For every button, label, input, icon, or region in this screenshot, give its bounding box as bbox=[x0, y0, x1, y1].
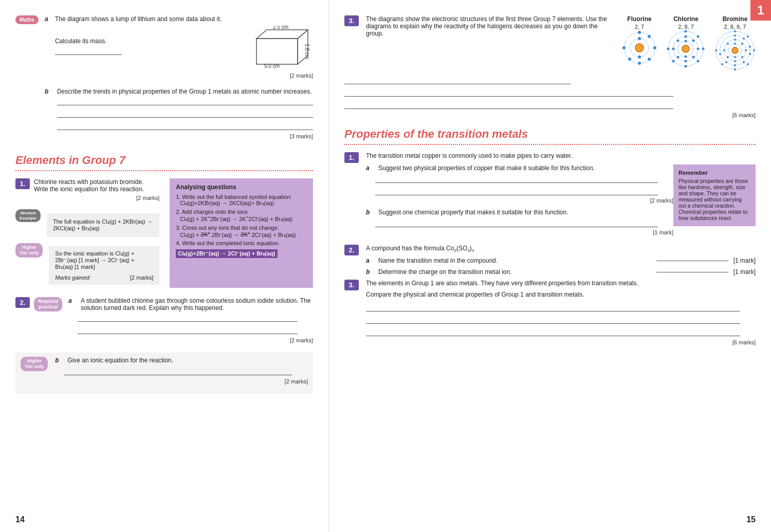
svg-point-29 bbox=[672, 48, 675, 50]
q2-trans-answer-b bbox=[656, 272, 728, 272]
page-number-left: 14 bbox=[15, 515, 25, 524]
svg-point-47 bbox=[741, 56, 743, 58]
q2-part-b-text: Give an ionic equation for the reaction. bbox=[67, 357, 173, 364]
svg-point-9 bbox=[638, 56, 641, 59]
svg-point-50 bbox=[723, 49, 725, 51]
q2-trans-number: 2. bbox=[344, 245, 359, 255]
q2-number: 2. bbox=[15, 297, 30, 308]
q1-trans-text: The transition metal copper is commonly … bbox=[366, 152, 756, 159]
svg-point-54 bbox=[743, 38, 745, 40]
element-diagrams: Fluorine 2, 7 bbox=[621, 15, 756, 72]
q2-trans-answer-a bbox=[656, 261, 728, 261]
fluorine-diagram bbox=[621, 30, 657, 66]
svg-point-42 bbox=[734, 56, 736, 58]
svg-point-60 bbox=[719, 53, 721, 55]
svg-point-13 bbox=[653, 46, 656, 49]
analysing-box: Analysing questions 1. Write out the ful… bbox=[170, 178, 313, 288]
q2-part-b-box: Higher Tier only b Give an ionic equatio… bbox=[15, 353, 313, 394]
svg-point-14 bbox=[648, 58, 651, 61]
chlorine-name: Chlorine bbox=[667, 15, 705, 23]
svg-point-11 bbox=[638, 31, 641, 34]
q3-top-number: 3. bbox=[344, 15, 359, 26]
q1-trans-answer-a1 bbox=[375, 176, 658, 183]
right-page: 1 3. The diagrams show the electronic st… bbox=[329, 0, 771, 532]
cube-diagram: 2.5 cm 1.8 cm 5.0 cm bbox=[246, 26, 313, 69]
q2-trans-part-a-text: Name the transition metal in the compoun… bbox=[378, 257, 651, 264]
fluorine-name: Fluorine bbox=[621, 15, 657, 23]
answer-line-b3 bbox=[57, 123, 313, 130]
page-number-right: 15 bbox=[746, 515, 756, 524]
part-b-label: b bbox=[45, 88, 55, 95]
svg-point-57 bbox=[743, 61, 745, 63]
svg-point-65 bbox=[747, 63, 749, 65]
svg-point-64 bbox=[753, 49, 755, 51]
final-equation: Cl₂(g)+2Br⁻(aq) → 2Cl⁻(aq) + Br₂(aq) bbox=[176, 249, 277, 258]
svg-point-17 bbox=[622, 46, 626, 49]
part-b-text: Describe the trends in physical properti… bbox=[57, 88, 313, 95]
q1-marks: [2 marks] bbox=[34, 195, 159, 201]
svg-point-24 bbox=[692, 40, 695, 42]
chlorine-config: 2, 8, 7 bbox=[667, 24, 705, 30]
q2-marks-a: [2 marks] bbox=[68, 337, 313, 343]
step3-eq: Cl₂(g) + 2K+ 2Br-(aq) → 2K+ 2Cl-(aq) + B… bbox=[180, 231, 307, 239]
step2: 2. Add charges onto the ions. bbox=[176, 209, 307, 215]
marks-a: [2 marks] bbox=[55, 72, 313, 79]
svg-point-30 bbox=[677, 40, 680, 42]
svg-point-27 bbox=[685, 60, 687, 63]
svg-point-18 bbox=[682, 45, 689, 52]
q3-top: 3. The diagrams show the electronic stru… bbox=[344, 15, 756, 72]
fluorine-config: 2, 7 bbox=[621, 24, 657, 30]
svg-point-49 bbox=[727, 56, 729, 58]
q2-trans-part-a-label: a bbox=[366, 257, 376, 264]
svg-text:1.8 cm: 1.8 cm bbox=[304, 44, 310, 59]
part-a-text: The diagram shows a lump of lithium and … bbox=[55, 15, 313, 23]
svg-point-16 bbox=[628, 58, 631, 61]
q3-top-answer-3 bbox=[344, 102, 673, 109]
fluorine-element: Fluorine 2, 7 bbox=[621, 15, 657, 72]
svg-point-8 bbox=[638, 37, 641, 40]
q2-part-a-label: a bbox=[68, 297, 79, 304]
marks-gained-val: [2 marks] bbox=[130, 274, 153, 281]
step4: 4. Write out the completed ionic equatio… bbox=[176, 240, 307, 246]
marks-b: [3 marks] bbox=[57, 133, 313, 139]
svg-point-68 bbox=[715, 49, 717, 51]
bromine-config: 2, 8, 8, 7 bbox=[714, 24, 756, 30]
required-badge: Required practical bbox=[34, 297, 62, 311]
q3-top-answer-1 bbox=[344, 77, 571, 84]
page-corner-number: 1 bbox=[750, 0, 771, 21]
bromine-element: Bromine 2, 8, 8, 7 bbox=[714, 15, 756, 72]
svg-point-39 bbox=[732, 47, 738, 53]
maths-badge: Maths bbox=[15, 15, 39, 24]
svg-point-56 bbox=[749, 53, 751, 55]
svg-point-26 bbox=[692, 56, 695, 59]
higher-badge-q2b: Higher Tier only bbox=[21, 357, 48, 371]
q2-trans-marks-b: [1 mark] bbox=[733, 268, 756, 276]
svg-point-63 bbox=[747, 35, 749, 38]
worked-text: The full equation is Cl₂(g) + 2KBr(aq) →… bbox=[53, 218, 153, 232]
svg-point-23 bbox=[685, 35, 687, 38]
q1-trans-part-a-label: a bbox=[366, 164, 376, 172]
q2-group7: 2. Required practical a A student bubble… bbox=[15, 297, 313, 394]
chlorine-element: Chlorine 2, 8, 7 bbox=[667, 15, 705, 72]
q2-part-b-label: b bbox=[55, 357, 65, 364]
q1-text: Chlorine reacts with potassium bromide. … bbox=[34, 178, 159, 193]
svg-point-35 bbox=[697, 60, 700, 63]
answer-line-b2 bbox=[57, 111, 313, 118]
answer-line-mass bbox=[55, 48, 122, 55]
svg-point-37 bbox=[672, 60, 675, 63]
remember-text: Physical properties are those like hardn… bbox=[678, 178, 750, 221]
q3-trans-text: The elements in Group 1 are also metals.… bbox=[366, 280, 756, 287]
q1-group7: 1. Chlorine reacts with potassium bromid… bbox=[15, 178, 313, 288]
svg-point-46 bbox=[745, 49, 747, 51]
svg-point-32 bbox=[685, 30, 687, 33]
svg-point-53 bbox=[734, 34, 736, 36]
chlorine-diagram bbox=[667, 30, 705, 68]
q3-trans-answer-2 bbox=[366, 317, 740, 324]
q1-trans-part-a-text: Suggest two physical properties of coppe… bbox=[378, 164, 595, 172]
section-title-group7: Elements in Group 7 bbox=[15, 154, 313, 167]
step1-eq: Cl₂(g)+2KBr(aq) → 2KCl(aq)+ Br₂(aq) bbox=[180, 200, 307, 207]
left-page: Maths a The diagram shows a lump of lith… bbox=[0, 0, 329, 532]
higher-badge: Higher Tier only bbox=[15, 243, 43, 258]
svg-point-34 bbox=[702, 48, 705, 50]
q1-trans-answer-a2 bbox=[375, 188, 658, 195]
